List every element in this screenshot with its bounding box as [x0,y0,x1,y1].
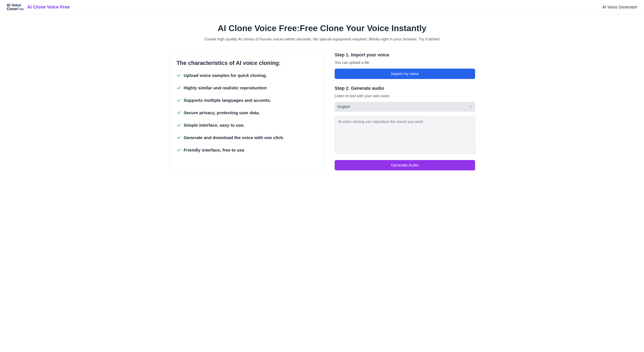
characteristics-title: The characteristics of AI voice cloning: [176,60,317,66]
feature-text: Highly similar and realistic reproductio… [184,85,267,90]
header: AI Voice CloneFree AI Clone Voice Free A… [0,0,644,14]
feature-item: Simple interface, easy to use. [176,123,317,128]
page-title: AI Clone Voice Free:Free Clone Your Voic… [7,23,637,33]
feature-item: Generate and download the voice with one… [176,135,317,140]
step2-title: Step 2. Generate audio [335,86,475,91]
check-icon [176,98,181,103]
feature-item: Secure privacy, protecting user data. [176,110,317,115]
feature-text: Supports multiple languages and accents. [184,98,271,103]
brand-text[interactable]: AI Clone Voice Free [27,4,70,10]
logo-free: Free [17,7,24,11]
feature-list: Upload voice samples for quick cloning. … [176,73,317,153]
feature-text: Friendly interface, free to use [184,148,244,153]
import-voice-button[interactable]: Import my voice [335,69,475,79]
feature-text: Secure privacy, protecting user data. [184,110,260,115]
characteristics-card: The characteristics of AI voice cloning:… [169,52,325,170]
hero: AI Clone Voice Free:Free Clone Your Voic… [0,14,644,47]
feature-item: Upload voice samples for quick cloning. [176,73,317,78]
check-icon [176,148,181,152]
logo[interactable]: AI Voice CloneFree [7,3,24,11]
logo-line1: AI Voice [7,3,24,7]
header-left: AI Voice CloneFree AI Clone Voice Free [7,3,70,11]
logo-clone: Clone [7,7,17,11]
main: The characteristics of AI voice cloning:… [162,47,482,179]
feature-item: Friendly interface, free to use [176,148,317,153]
feature-item: Highly similar and realistic reproductio… [176,85,317,90]
check-icon [176,73,181,78]
language-select-wrap: English [335,102,475,111]
feature-item: Supports multiple languages and accents. [176,98,317,103]
step1-title: Step 1. Import your voice [335,52,475,58]
page-subtitle: Create high quality AI clones of human v… [7,37,637,41]
steps-panel: Step 1. Import your voice You can upload… [335,52,475,170]
nav-ai-voice-generator[interactable]: AI Voice Generator [602,5,637,9]
check-icon [176,123,181,127]
generate-audio-button[interactable]: Generate Audio [335,160,475,170]
check-icon [176,135,181,140]
check-icon [176,110,181,115]
feature-text: Upload voice samples for quick cloning. [184,73,267,78]
text-input[interactable] [335,116,475,154]
logo-line2: CloneFree [7,7,24,11]
language-select[interactable]: English [335,102,475,111]
step1-subtitle: You can upload a file [335,60,475,65]
step2-subtitle: Listen to text with your own voice [335,94,475,98]
feature-text: Generate and download the voice with one… [184,135,284,140]
check-icon [176,86,181,90]
feature-text: Simple interface, easy to use. [184,123,244,128]
